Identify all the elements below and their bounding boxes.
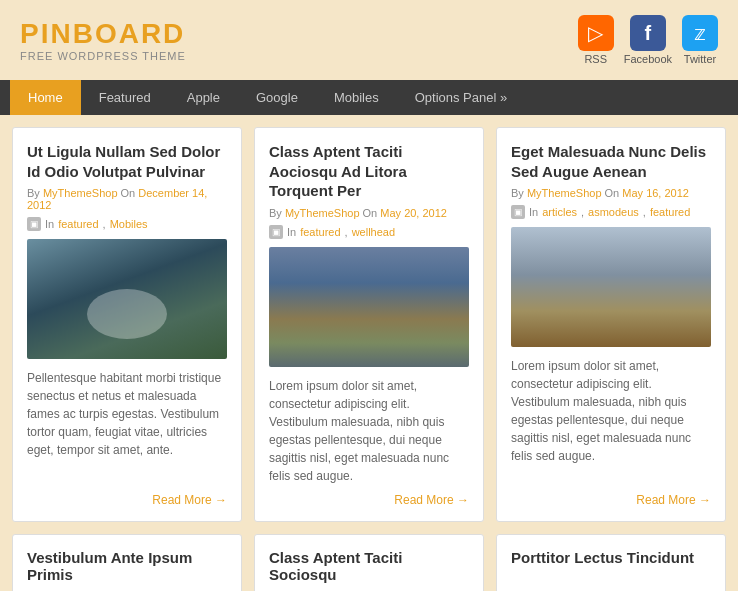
card-2-meta: By MyThemeShop On May 20, 2012 (269, 207, 469, 219)
card-3-tags: ▣ In articles, asmodeus, featured (511, 205, 711, 219)
tag-icon-3: ▣ (511, 205, 525, 219)
main-nav: Home Featured Apple Google Mobiles Optio… (0, 80, 738, 115)
card-1-tags: ▣ In featured, Mobiles (27, 217, 227, 231)
tag-featured-2[interactable]: featured (300, 226, 340, 238)
nav-home[interactable]: Home (10, 80, 81, 115)
card-2-title: Class Aptent Taciti Aociosqu Ad Litora T… (269, 142, 469, 201)
logo: PINBOARD FREE WORDPRESS THEME (20, 18, 186, 62)
card-3-text: Lorem ipsum dolor sit amet, consectetur … (511, 357, 711, 485)
main-content: Ut Ligula Nullam Sed Dolor Id Odio Volut… (0, 115, 738, 591)
card-3-author[interactable]: MyThemeShop (527, 187, 602, 199)
card-2-date: May 20, 2012 (380, 207, 447, 219)
card-3-image (511, 227, 711, 347)
card-2-image (269, 247, 469, 367)
bottom-card-3-title: Porttitor Lectus Tincidunt (511, 549, 711, 566)
tag-icon: ▣ (27, 217, 41, 231)
bottom-card-3: Porttitor Lectus Tincidunt (496, 534, 726, 592)
logo-title: PINBOARD (20, 18, 186, 50)
tag-icon-2: ▣ (269, 225, 283, 239)
facebook-label: Facebook (624, 53, 672, 65)
nav-mobiles[interactable]: Mobiles (316, 80, 397, 115)
logo-subtitle: FREE WORDPRESS THEME (20, 50, 186, 62)
rss-label: RSS (584, 53, 607, 65)
card-1-title: Ut Ligula Nullam Sed Dolor Id Odio Volut… (27, 142, 227, 181)
tag-articles[interactable]: articles (542, 206, 577, 218)
bottom-card-1: Vestibulum Ante Ipsum Primis (12, 534, 242, 592)
rss-icon: ▷ (578, 15, 614, 51)
card-2-text: Lorem ipsum dolor sit amet, consectetur … (269, 377, 469, 485)
card-2-read-more[interactable]: Read More → (269, 493, 469, 507)
nav-google[interactable]: Google (238, 80, 316, 115)
tag-asmodeus[interactable]: asmodeus (588, 206, 639, 218)
nav-apple[interactable]: Apple (169, 80, 238, 115)
facebook-link[interactable]: f Facebook (624, 15, 672, 65)
tag-featured-3[interactable]: featured (650, 206, 690, 218)
nav-options[interactable]: Options Panel » (397, 80, 526, 115)
bottom-card-1-title: Vestibulum Ante Ipsum Primis (27, 549, 227, 583)
card-3: Eget Malesuada Nunc Delis Sed Augue Aene… (496, 127, 726, 522)
card-3-date: May 16, 2012 (622, 187, 689, 199)
twitter-link[interactable]: 𝕫 Twitter (682, 15, 718, 65)
card-1-text: Pellentesque habitant morbi tristique se… (27, 369, 227, 485)
card-1-image (27, 239, 227, 359)
twitter-icon: 𝕫 (682, 15, 718, 51)
card-3-title: Eget Malesuada Nunc Delis Sed Augue Aene… (511, 142, 711, 181)
twitter-label: Twitter (684, 53, 716, 65)
card-2-author[interactable]: MyThemeShop (285, 207, 360, 219)
card-3-read-more[interactable]: Read More → (511, 493, 711, 507)
card-1-author[interactable]: MyThemeShop (43, 187, 118, 199)
card-1: Ut Ligula Nullam Sed Dolor Id Odio Volut… (12, 127, 242, 522)
facebook-icon: f (630, 15, 666, 51)
card-2-tags: ▣ In featured, wellhead (269, 225, 469, 239)
rss-link[interactable]: ▷ RSS (578, 15, 614, 65)
tag-mobiles[interactable]: Mobiles (110, 218, 148, 230)
tag-wellhead[interactable]: wellhead (352, 226, 395, 238)
nav-featured[interactable]: Featured (81, 80, 169, 115)
site-header: PINBOARD FREE WORDPRESS THEME ▷ RSS f Fa… (0, 0, 738, 80)
card-3-meta: By MyThemeShop On May 16, 2012 (511, 187, 711, 199)
card-1-read-more[interactable]: Read More → (27, 493, 227, 507)
card-1-meta: By MyThemeShop On December 14, 2012 (27, 187, 227, 211)
tag-featured[interactable]: featured (58, 218, 98, 230)
card-2: Class Aptent Taciti Aociosqu Ad Litora T… (254, 127, 484, 522)
bottom-card-2: Class Aptent Taciti Sociosqu (254, 534, 484, 592)
bottom-card-2-title: Class Aptent Taciti Sociosqu (269, 549, 469, 583)
bottom-cards: Vestibulum Ante Ipsum Primis Class Apten… (12, 534, 726, 592)
social-icons-group: ▷ RSS f Facebook 𝕫 Twitter (578, 15, 718, 65)
cards-grid: Ut Ligula Nullam Sed Dolor Id Odio Volut… (12, 127, 726, 522)
